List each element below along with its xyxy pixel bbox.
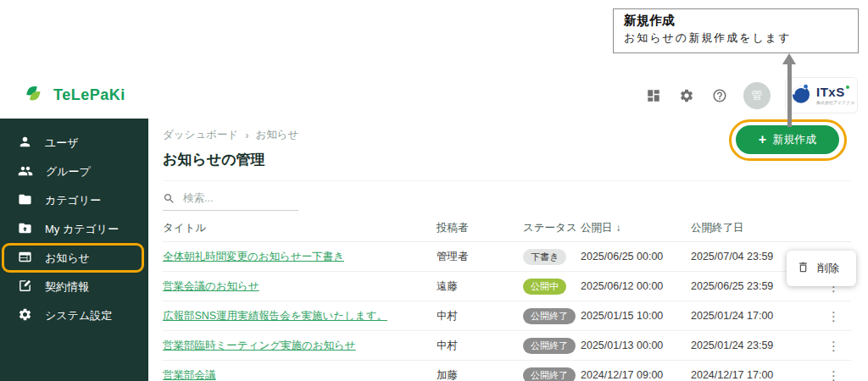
publish-date-cell: 2025/01/15 10:00 (581, 310, 691, 322)
publish-date-cell: 2025/06/12 00:00 (581, 280, 691, 292)
publish-date-cell: 2025/06/25 00:00 (581, 251, 691, 262)
contract-icon (18, 279, 32, 295)
announcements-icon (18, 250, 32, 267)
create-new-button[interactable]: + 新規作成 (736, 125, 839, 154)
sidebar-item-announcements[interactable]: お知らせ (0, 244, 148, 273)
table-row: 営業会議のお知らせ 遠藤 公開中 2025/06/12 00:00 2025/0… (163, 272, 851, 301)
trash-icon (797, 261, 810, 276)
announcement-title-link[interactable]: 営業会議のお知らせ (163, 280, 259, 292)
help-icon[interactable] (710, 86, 729, 105)
table-row: 全体朝礼時間変更のお知らせー下書き 管理者 下書き 2025/06/25 00:… (163, 242, 851, 272)
breadcrumb-separator-icon: › (245, 130, 248, 141)
delete-menu-label: 削除 (817, 261, 839, 276)
announcement-title-link[interactable]: 全体朝礼時間変更のお知らせー下書き (163, 251, 344, 262)
annotation-tooltip-title: 新規作成 (624, 13, 848, 29)
sidebar-item-users[interactable]: ユーザ (0, 129, 148, 157)
author-cell: 中村 (437, 309, 523, 323)
app-logo: TeLePaKi (24, 83, 125, 108)
avatar[interactable]: 管 (743, 82, 771, 109)
apps-grid-icon[interactable] (644, 86, 663, 105)
announcements-card: タイトル 投稿者 ステータス 公開日↓ 公開終了日 全体朝礼時間変更のお知らせー… (163, 180, 851, 381)
publish-date-cell: 2025/01/13 00:00 (581, 340, 691, 351)
author-cell: 加藤 (437, 368, 523, 381)
settings-gear-icon (18, 307, 32, 324)
itxs-logo-dot (846, 86, 849, 89)
announcement-title-link[interactable]: 営業部臨時ミーティング実施のお知らせ (163, 340, 356, 351)
create-new-button-label: 新規作成 (772, 132, 816, 147)
end-date-cell: 2025/01/24 17:00 (691, 310, 816, 322)
sort-desc-icon: ↓ (616, 222, 621, 234)
author-cell: 中村 (437, 339, 523, 353)
table-row: 営業部会議 加藤 公開終了 2024/12/17 09:00 2024/12/1… (163, 361, 851, 381)
user-icon (18, 135, 32, 152)
main-content: ダッシュボード › お知らせ お知らせの管理 + 新規作成 タイトル 投稿者 ス… (148, 119, 868, 381)
my-folder-icon (18, 221, 32, 238)
breadcrumb-dashboard[interactable]: ダッシュボード (163, 128, 238, 142)
sidebar-item-groups[interactable]: グループ (0, 157, 148, 186)
annotation-arrow-shaft (787, 63, 792, 127)
breadcrumb-announcements: お知らせ (255, 128, 298, 142)
sidebar-item-my-categories[interactable]: My カテゴリー (0, 215, 148, 244)
search-input[interactable] (163, 190, 298, 211)
author-cell: 遠藤 (437, 279, 523, 294)
sidebar-item-label: My カテゴリー (45, 222, 119, 237)
column-header-end-date: 公開終了日 (691, 221, 816, 235)
announcement-title-link[interactable]: 広報部SNS運用実績報告会を実施いたします。 (163, 310, 387, 322)
annotation-tooltip-description: お知らせの新規作成をします (624, 30, 848, 46)
row-actions-kebab-icon[interactable]: ⋮ (827, 340, 840, 352)
itxs-logo-subtext: 株式会社アイテクス (816, 101, 855, 105)
status-badge: 公開終了 (523, 338, 576, 354)
top-bar: TeLePaKi 管 (0, 72, 868, 119)
sidebar-item-label: システム設定 (45, 308, 112, 323)
status-badge: 公開終了 (523, 367, 576, 381)
table-row: 広報部SNS運用実績報告会を実施いたします。 中村 公開終了 2025/01/1… (163, 301, 851, 331)
row-actions-kebab-icon[interactable]: ⋮ (827, 369, 840, 381)
table-row: 営業部臨時ミーティング実施のお知らせ 中村 公開終了 2025/01/13 00… (163, 331, 851, 361)
author-cell: 管理者 (437, 250, 523, 264)
sidebar-item-contract-info[interactable]: 契約情報 (0, 273, 148, 301)
column-header-author: 投稿者 (437, 221, 523, 235)
sidebar: ユーザ グループ カテゴリー My カテゴリー お知らせ 契約情報 システム設定 (0, 119, 148, 381)
plus-icon: + (759, 133, 766, 146)
settings-gear-icon[interactable] (677, 86, 696, 105)
announcement-title-link[interactable]: 営業部会議 (163, 369, 216, 381)
app-logo-text: TeLePaKi (53, 86, 125, 104)
page: 新規作成 お知らせの新規作成をします TeLePaKi (0, 0, 868, 381)
search-box (163, 190, 298, 211)
sidebar-item-label: お知らせ (45, 251, 90, 266)
status-badge: 公開終了 (523, 308, 576, 324)
sidebar-item-label: グループ (46, 164, 91, 179)
column-header-title: タイトル (163, 221, 437, 235)
sidebar-item-label: ユーザ (45, 135, 79, 151)
folder-icon (18, 192, 32, 209)
group-icon (18, 163, 33, 181)
column-header-status: ステータス (523, 221, 581, 235)
sidebar-item-label: 契約情報 (45, 279, 89, 295)
sidebar-item-label: カテゴリー (45, 193, 101, 208)
top-bar-actions: 管 ITxS 株式会社アイテクス (644, 72, 858, 119)
row-actions-kebab-icon[interactable]: ⋮ (827, 310, 840, 323)
table-header-row: タイトル 投稿者 ステータス 公開日↓ 公開終了日 (163, 215, 851, 242)
sidebar-item-system-settings[interactable]: システム設定 (0, 301, 148, 330)
row-context-menu-delete[interactable]: 削除 (787, 251, 856, 286)
itxs-logo: ITxS 株式会社アイテクス (785, 77, 858, 113)
sidebar-item-categories[interactable]: カテゴリー (0, 186, 148, 215)
status-badge: 公開中 (523, 279, 566, 295)
telepaki-leaf-icon (24, 83, 46, 108)
itxs-logo-text: ITxS (816, 85, 845, 99)
column-header-publish-date[interactable]: 公開日↓ (581, 221, 691, 235)
status-badge: 下書き (523, 249, 566, 265)
annotation-tooltip: 新規作成 お知らせの新規作成をします (613, 8, 859, 53)
end-date-cell: 2024/12/17 17:00 (691, 369, 816, 381)
end-date-cell: 2025/01/24 23:59 (691, 340, 816, 351)
publish-date-cell: 2024/12/17 09:00 (581, 369, 691, 381)
itxs-swirl-icon (790, 82, 813, 108)
